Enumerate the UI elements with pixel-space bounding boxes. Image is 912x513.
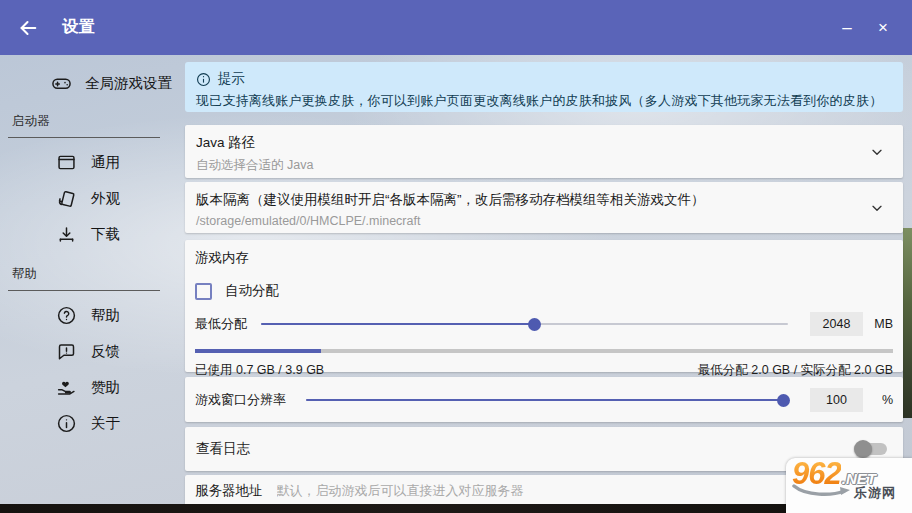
background-trees — [903, 228, 912, 418]
version-isolation-path: /storage/emulated/0/HMCLPE/.minecraft — [196, 214, 859, 228]
page-title: 设置 — [62, 17, 96, 38]
notice-title: 提示 — [218, 70, 245, 88]
toggle-thumb — [854, 440, 872, 458]
server-address-label: 服务器地址 — [195, 482, 263, 500]
game-memory-card: 游戏内存 自动分配 最低分配 MB 已使用 0.7 GB / 3.9 GB 最低… — [185, 240, 903, 372]
view-log-label: 查看日志 — [196, 440, 250, 458]
download-icon — [55, 223, 77, 245]
back-button[interactable] — [16, 16, 40, 40]
auto-allocate-row[interactable]: 自动分配 — [195, 281, 893, 301]
resolution-slider[interactable] — [306, 388, 788, 412]
sidebar-item-feedback[interactable]: 反馈 — [0, 333, 180, 369]
sidebar-item-sponsor[interactable]: 赞助 — [0, 369, 180, 405]
watermark-site-name: 乐游网 — [854, 484, 896, 502]
sidebar-item-download[interactable]: 下载 — [0, 216, 180, 252]
window-icon — [55, 151, 77, 173]
chevron-down-icon — [869, 200, 885, 216]
version-isolation-title: 版本隔离（建议使用模组时开启“各版本隔离”，改后需移动存档模组等相关游戏文件） — [196, 191, 859, 209]
background-ground — [0, 504, 912, 513]
resolution-unit-label: % — [863, 393, 893, 407]
memory-usage-bar — [195, 349, 893, 353]
sidebar-section-launcher: 启动器 — [8, 113, 160, 138]
sidebar-item-appearance[interactable]: 外观 — [0, 180, 180, 216]
resolution-label: 游戏窗口分辨率 — [195, 391, 286, 409]
game-memory-title: 游戏内存 — [195, 249, 893, 267]
resolution-value-input[interactable] — [810, 388, 863, 412]
sidebar: 全局游戏设置 启动器 通用 外观 下载 帮助 帮助 反馈 赞 — [0, 55, 180, 441]
sidebar-section-help: 帮助 — [8, 266, 160, 291]
sidebar-item-label: 外观 — [91, 189, 120, 208]
resolution-slider-thumb[interactable] — [777, 394, 790, 407]
close-button[interactable]: × — [870, 15, 896, 41]
memory-slider-fill — [261, 323, 535, 325]
memory-unit-label: MB — [863, 317, 893, 331]
notice-banner: 提示 现已支持离线账户更换皮肤，你可以到账户页面更改离线账户的皮肤和披风（多人游… — [185, 62, 903, 112]
chevron-down-icon — [869, 144, 885, 160]
sidebar-item-label: 赞助 — [91, 378, 120, 397]
java-path-value: 自动选择合适的 Java — [196, 157, 859, 174]
version-isolation-row[interactable]: 版本隔离（建议使用模组时开启“各版本隔离”，改后需移动存档模组等相关游戏文件） … — [185, 182, 903, 233]
sidebar-item-label: 下载 — [91, 225, 120, 244]
swoosh-arrow-icon — [792, 483, 854, 503]
sidebar-item-label: 反馈 — [91, 342, 120, 361]
resolution-slider-fill — [306, 399, 788, 401]
sidebar-item-about[interactable]: 关于 — [0, 405, 180, 441]
sidebar-item-label: 通用 — [91, 153, 120, 172]
settings-content: 提示 现已支持离线账户更换皮肤，你可以到账户页面更改离线账户的皮肤和披风（多人游… — [185, 55, 903, 513]
java-path-title: Java 路径 — [196, 134, 859, 152]
sidebar-item-global-game-settings[interactable]: 全局游戏设置 — [0, 67, 180, 99]
feedback-bubble-icon — [55, 340, 77, 362]
help-circle-icon — [55, 304, 77, 326]
memory-value-input[interactable] — [810, 312, 863, 336]
titlebar: 设置 – × — [0, 0, 912, 55]
view-log-toggle[interactable] — [854, 439, 889, 459]
minimize-button[interactable]: – — [834, 15, 860, 41]
auto-allocate-checkbox[interactable] — [195, 283, 212, 300]
min-alloc-label: 最低分配 — [195, 315, 247, 333]
memory-slider-thumb[interactable] — [528, 318, 541, 331]
memory-slider[interactable] — [261, 312, 788, 336]
gamepad-icon — [50, 72, 72, 94]
java-path-row[interactable]: Java 路径 自动选择合适的 Java — [185, 125, 903, 178]
sidebar-item-help[interactable]: 帮助 — [0, 297, 180, 333]
sidebar-item-label: 关于 — [91, 414, 120, 433]
memory-usage-fill — [195, 349, 321, 353]
info-icon — [196, 72, 211, 87]
screen-rotate-icon — [55, 187, 77, 209]
hand-heart-icon — [55, 376, 77, 398]
arrow-left-icon — [17, 17, 39, 39]
sidebar-item-label: 帮助 — [91, 306, 120, 325]
resolution-card: 游戏窗口分辨率 % — [185, 377, 903, 422]
sidebar-item-general[interactable]: 通用 — [0, 144, 180, 180]
notice-body: 现已支持离线账户更换皮肤，你可以到账户页面更改离线账户的皮肤和披风（多人游戏下其… — [196, 92, 892, 110]
auto-allocate-label: 自动分配 — [225, 282, 279, 300]
info-circle-icon — [55, 412, 77, 434]
sidebar-item-label: 全局游戏设置 — [85, 74, 172, 93]
962net-watermark-logo: 962 .NET 乐游网 — [786, 458, 912, 513]
